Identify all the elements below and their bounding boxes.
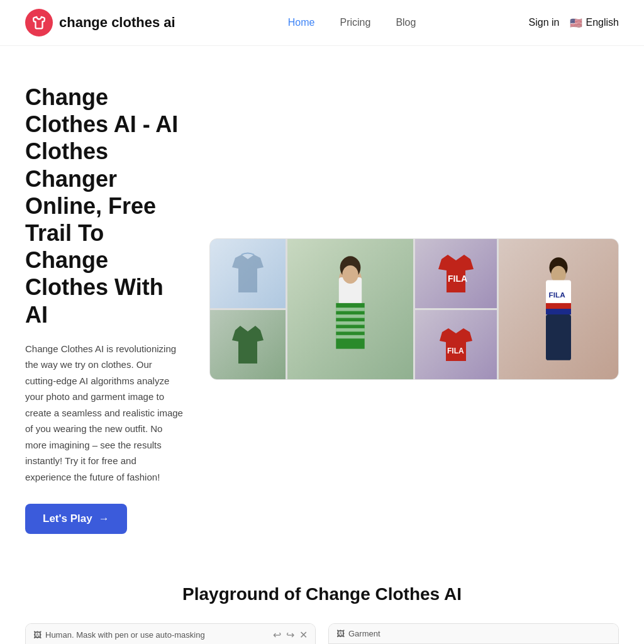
undo-icon[interactable]: ↩ <box>273 629 281 641</box>
nav-links: Home Pricing Blog <box>288 17 416 28</box>
image-icon: 🖼 <box>33 630 42 640</box>
hero-img-fila-shirt: FILA <box>415 239 497 308</box>
hero-description: Change Clothes AI is revolutionizing the… <box>25 341 184 486</box>
svg-text:FILA: FILA <box>549 291 566 299</box>
hero-img-fila-tshirt: FILA <box>415 310 497 379</box>
cta-arrow: → <box>99 513 109 525</box>
hero-img-sweater <box>210 310 286 379</box>
human-panel: 🖼 Human. Mask with pen or use auto-maski… <box>25 623 316 644</box>
human-panel-header: 🖼 Human. Mask with pen or use auto-maski… <box>26 624 315 644</box>
playground-title: Playground of Change Clothes AI <box>25 584 619 604</box>
close-icon[interactable]: ✕ <box>299 629 308 641</box>
header-left: 🖼 Human. Mask with pen or use auto-maski… <box>33 630 205 640</box>
svg-rect-14 <box>546 303 571 309</box>
garment-panel-header: 🖼 Garment <box>329 624 618 644</box>
hero-section: Change Clothes AI - AI Clothes Changer O… <box>0 46 644 559</box>
cta-button[interactable]: Let's Play → <box>25 504 127 534</box>
nav-blog[interactable]: Blog <box>396 17 416 28</box>
logo-link[interactable]: change clothes ai <box>25 9 175 36</box>
playground-grid: 🖼 Human. Mask with pen or use auto-maski… <box>25 623 619 644</box>
svg-text:FILA: FILA <box>447 347 464 355</box>
garment-upload-panel: 🖼 Garment Drop Image Here - or - Cl <box>328 623 619 644</box>
nav-home[interactable]: Home <box>288 17 315 28</box>
svg-rect-6 <box>336 328 364 331</box>
garment-header-left: 🖼 Garment <box>336 629 380 638</box>
redo-icon[interactable]: ↪ <box>286 629 294 641</box>
svg-rect-4 <box>336 314 364 318</box>
hero-img-shirt <box>210 239 286 308</box>
sign-in-button[interactable]: Sign in <box>529 17 560 28</box>
playground-section: Playground of Change Clothes AI 🖼 Human.… <box>0 559 644 644</box>
svg-text:FILA: FILA <box>448 274 467 284</box>
svg-point-9 <box>342 265 358 284</box>
hero-img-model1 <box>287 239 413 379</box>
nav-pricing[interactable]: Pricing <box>340 17 370 28</box>
hero-img-model2: FILA <box>499 239 618 379</box>
hero-right: FILA FILA <box>209 238 619 380</box>
svg-rect-7 <box>336 335 364 338</box>
svg-rect-15 <box>546 309 571 314</box>
flag-icon: 🇺🇸 <box>570 17 582 29</box>
logo-icon <box>25 9 53 36</box>
lang-label: English <box>586 17 619 28</box>
garment-panel-label: Garment <box>348 629 380 638</box>
svg-rect-5 <box>336 321 364 325</box>
garment-image-icon: 🖼 <box>336 629 345 638</box>
header-right: ↩ ↪ ✕ <box>273 629 308 641</box>
logo-text: change clothes ai <box>59 14 175 31</box>
hero-left: Change Clothes AI - AI Clothes Changer O… <box>25 84 184 534</box>
human-panel-label: Human. Mask with pen or use auto-masking <box>45 630 205 640</box>
svg-rect-3 <box>336 308 364 311</box>
cta-label: Let's Play <box>43 513 92 525</box>
language-selector[interactable]: 🇺🇸 English <box>570 17 619 29</box>
svg-rect-17 <box>546 314 571 360</box>
navbar: change clothes ai Home Pricing Blog Sign… <box>0 0 644 46</box>
hero-title: Change Clothes AI - AI Clothes Changer O… <box>25 84 184 328</box>
nav-right: Sign in 🇺🇸 English <box>529 17 619 29</box>
garment-panel: 🖼 Garment Drop Image Here - or - Cl <box>328 623 619 644</box>
hero-collage: FILA FILA <box>209 238 619 380</box>
